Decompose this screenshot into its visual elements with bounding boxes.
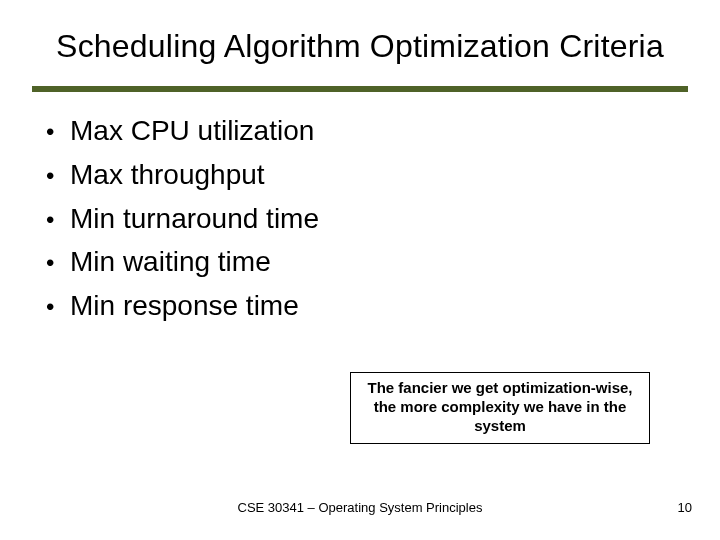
bullet-text: Min waiting time xyxy=(70,243,271,281)
callout-box: The fancier we get optimization-wise, th… xyxy=(350,372,650,444)
slide-footer: CSE 30341 – Operating System Principles … xyxy=(0,500,720,520)
bullet-text: Min turnaround time xyxy=(70,200,319,238)
list-item: • Min response time xyxy=(46,287,646,325)
bullet-icon: • xyxy=(46,249,70,278)
bullet-text: Min response time xyxy=(70,287,299,325)
title-divider xyxy=(32,86,688,92)
list-item: • Min turnaround time xyxy=(46,200,646,238)
bullet-icon: • xyxy=(46,206,70,235)
bullet-icon: • xyxy=(46,118,70,147)
slide-title: Scheduling Algorithm Optimization Criter… xyxy=(0,28,720,65)
footer-course: CSE 30341 – Operating System Principles xyxy=(0,500,720,515)
bullet-list: • Max CPU utilization • Max throughput •… xyxy=(46,112,646,331)
bullet-icon: • xyxy=(46,162,70,191)
bullet-text: Max CPU utilization xyxy=(70,112,314,150)
list-item: • Max throughput xyxy=(46,156,646,194)
bullet-text: Max throughput xyxy=(70,156,265,194)
bullet-icon: • xyxy=(46,293,70,322)
list-item: • Min waiting time xyxy=(46,243,646,281)
list-item: • Max CPU utilization xyxy=(46,112,646,150)
slide: Scheduling Algorithm Optimization Criter… xyxy=(0,0,720,540)
footer-page-number: 10 xyxy=(678,500,692,515)
